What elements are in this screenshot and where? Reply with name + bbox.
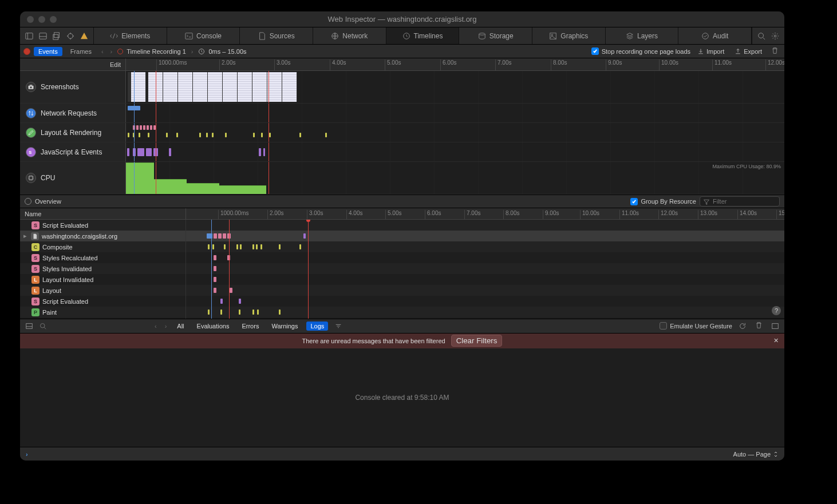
name-column-header[interactable]: Name — [20, 208, 186, 219]
history-back-button[interactable]: ‹ — [100, 48, 105, 55]
filter-warnings-button[interactable]: Warnings — [267, 322, 302, 331]
history-forward-button[interactable]: › — [109, 48, 115, 55]
timeline-row-screenshots[interactable]: Screenshots — [20, 71, 784, 104]
record-button[interactable] — [23, 48, 30, 55]
clear-console-button[interactable] — [753, 322, 765, 330]
export-button[interactable]: Export — [731, 48, 765, 55]
layout-badge-icon: L — [31, 287, 40, 295]
inspect-element-button[interactable] — [65, 30, 76, 42]
dock-side-button[interactable] — [23, 30, 35, 42]
close-banner-button[interactable]: ✕ — [773, 337, 779, 344]
cpu-icon — [26, 173, 36, 183]
script-badge-icon: S — [31, 297, 40, 305]
tab-timelines[interactable]: Timelines — [386, 27, 460, 44]
script-badge-icon: S — [31, 265, 40, 273]
import-button[interactable]: Import — [694, 48, 728, 55]
detail-row[interactable]: SScript Evaluated — [20, 296, 784, 307]
search-next-button[interactable]: › — [163, 323, 169, 330]
detail-ruler[interactable]: 1000.00ms 2.00s 3.00s 4.00s 5.00s 6.00s … — [186, 208, 784, 219]
detail-row[interactable]: LLayout — [20, 285, 784, 296]
filter-scope-button[interactable] — [333, 320, 344, 332]
warning-icon[interactable] — [78, 30, 90, 42]
stop-on-load-checkbox[interactable]: Stop recording once page loads — [591, 47, 690, 55]
view-events-button[interactable]: Events — [34, 47, 62, 56]
script-badge-icon: S — [31, 221, 40, 229]
undock-button[interactable] — [51, 30, 62, 42]
detail-row[interactable]: PPaint — [20, 307, 784, 318]
help-button[interactable]: ? — [772, 306, 781, 315]
console-prompt-icon[interactable]: › — [26, 451, 28, 458]
detail-row[interactable]: LLayout Invalidated — [20, 274, 784, 285]
script-icon: S — [26, 147, 36, 157]
reload-button[interactable] — [737, 320, 748, 332]
tab-network[interactable]: Network — [313, 27, 386, 44]
console-cleared-message: Console cleared at 9:58:10 AM — [355, 394, 449, 402]
timeline-row-network[interactable]: Network Requests — [20, 104, 784, 123]
timeline-row-layout[interactable]: Layout & Rendering — [20, 123, 784, 142]
svg-line-30 — [44, 327, 46, 329]
recording-icon — [117, 49, 123, 54]
emulate-gesture-checkbox[interactable]: Emulate User Gesture — [660, 322, 732, 330]
svg-point-18 — [759, 33, 764, 38]
overview-timelines: Screenshots Network Requests — [20, 71, 784, 195]
tab-storage[interactable]: Storage — [459, 27, 532, 44]
view-frames-button[interactable]: Frames — [66, 47, 96, 56]
detail-row[interactable]: SScript Evaluated — [20, 220, 784, 231]
svg-rect-26 — [29, 176, 33, 180]
stopwatch-icon — [25, 198, 31, 205]
detail-row[interactable]: ▸washingtondc.craigslist.org — [20, 231, 784, 241]
tab-sources[interactable]: Sources — [240, 27, 313, 44]
detail-row[interactable]: EMicrotask Dispatched — [20, 318, 784, 319]
svg-rect-0 — [26, 33, 33, 39]
window-title: Web Inspector — washingtondc.craigslist.… — [20, 15, 784, 23]
toggle-console-button[interactable] — [23, 320, 35, 332]
paint-badge-icon: P — [31, 308, 40, 316]
filter-logs-button[interactable]: Logs — [306, 322, 328, 331]
banner-message: There are unread messages that have been… — [302, 338, 445, 344]
edit-timelines-button[interactable]: Edit — [20, 58, 126, 70]
svg-point-17 — [702, 33, 709, 39]
svg-point-6 — [68, 33, 73, 38]
paintbrush-icon — [26, 128, 36, 138]
recording-name[interactable]: Timeline Recording 1 — [127, 48, 186, 55]
ruler-ticks[interactable]: 1000.00ms 2.00s 3.00s 4.00s 5.00s 6.00s … — [126, 58, 784, 70]
svg-line-19 — [763, 37, 765, 39]
inspector-window: Web Inspector — washingtondc.craigslist.… — [20, 11, 784, 461]
upper-ruler: Edit 1000.00ms 2.00s 3.00s 4.00s 5.00s 6… — [20, 58, 784, 71]
filter-all-button[interactable]: All — [173, 322, 188, 331]
tab-elements[interactable]: Elements — [94, 27, 167, 44]
filter-input[interactable] — [700, 196, 780, 207]
search-prev-button[interactable]: ‹ — [153, 323, 159, 330]
detail-row[interactable]: CComposite — [20, 241, 784, 252]
svg-rect-2 — [40, 33, 46, 39]
search-button[interactable] — [756, 30, 767, 42]
detail-row[interactable]: SStyles Invalidated — [20, 263, 784, 274]
camera-icon — [26, 82, 36, 92]
timeline-row-cpu[interactable]: CPU Maximum CPU Usage: 80.9% — [20, 162, 784, 195]
svg-point-20 — [774, 35, 776, 37]
tab-layers[interactable]: Layers — [606, 27, 679, 44]
tab-audit[interactable]: Audit — [678, 27, 752, 44]
svg-point-16 — [551, 34, 553, 35]
disclosure-triangle-icon[interactable]: ▸ — [23, 232, 28, 240]
console-settings-button[interactable] — [769, 320, 781, 332]
dock-bottom-button[interactable] — [37, 30, 49, 42]
clear-filters-button[interactable]: Clear Filters — [451, 335, 503, 347]
filter-errors-button[interactable]: Errors — [238, 322, 263, 331]
tab-graphics[interactable]: Graphics — [532, 27, 606, 44]
detail-row[interactable]: SStyles Recalculated — [20, 252, 784, 263]
breadcrumb-separator: › — [189, 48, 195, 55]
tab-console[interactable]: Console — [167, 27, 240, 44]
clear-button[interactable] — [769, 47, 781, 55]
console-search-input[interactable] — [51, 322, 148, 330]
overview-label[interactable]: Overview — [35, 198, 61, 205]
settings-button[interactable] — [769, 30, 781, 42]
timeline-nav-bar: Events Frames ‹ › Timeline Recording 1 ›… — [20, 45, 784, 58]
network-icon — [26, 108, 36, 118]
timeline-row-js[interactable]: SJavaScript & Events — [20, 142, 784, 162]
filter-evaluations-button[interactable]: Evaluations — [193, 322, 234, 331]
group-by-resource-checkbox[interactable]: Group By Resource — [630, 198, 696, 205]
detail-header: Name 1000.00ms 2.00s 3.00s 4.00s 5.00s 6… — [20, 208, 784, 220]
execution-context-selector[interactable]: Auto — Page — [733, 451, 779, 458]
time-range[interactable]: 0ms – 15.00s — [208, 48, 246, 55]
